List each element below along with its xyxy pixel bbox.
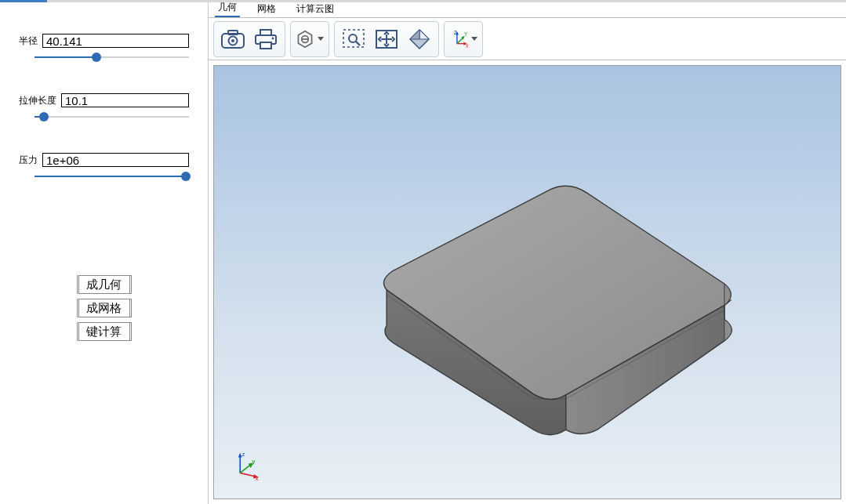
- dropdown-arrow-icon: [471, 37, 477, 41]
- param-label-radius: 半径: [19, 34, 38, 48]
- svg-marker-18: [419, 30, 429, 39]
- axis-dropdown-button[interactable]: Z Y X: [449, 25, 477, 53]
- camera-button[interactable]: [219, 25, 247, 53]
- generate-geometry-button[interactable]: 成几何: [77, 275, 132, 294]
- run-compute-button[interactable]: 键计算: [77, 322, 132, 341]
- extrude-slider[interactable]: [34, 112, 189, 121]
- axis-toolbar-icon: Z Y X: [449, 27, 468, 52]
- sidebar: 半径 拉伸长度 压力: [0, 2, 209, 504]
- tab-geometry[interactable]: 几何: [215, 2, 240, 17]
- param-label-pressure: 压力: [19, 154, 38, 167]
- camera-icon: [221, 30, 245, 49]
- svg-line-13: [356, 42, 360, 45]
- toolbar: Z Y X: [209, 18, 846, 60]
- svg-text:Z: Z: [454, 29, 457, 34]
- svg-text:x: x: [255, 475, 258, 482]
- print-icon: [254, 29, 278, 49]
- svg-text:Y: Y: [464, 31, 468, 36]
- svg-rect-1: [228, 31, 238, 34]
- geometry-render: [214, 66, 841, 499]
- svg-rect-6: [260, 42, 271, 49]
- fit-icon: [375, 29, 398, 49]
- tab-cloud[interactable]: 计算云图: [293, 2, 337, 17]
- button-group: 成几何 成网格 键计算: [19, 275, 189, 341]
- param-label-extrude: 拉伸长度: [19, 94, 56, 107]
- radius-input[interactable]: [42, 34, 189, 48]
- pressure-slider[interactable]: [34, 172, 189, 181]
- zoom-select-icon: [342, 28, 365, 50]
- svg-point-3: [231, 39, 234, 42]
- diamond-view-button[interactable]: [405, 25, 434, 53]
- generate-mesh-button[interactable]: 成网格: [77, 299, 132, 317]
- dropdown-arrow-icon: [318, 37, 324, 41]
- svg-rect-11: [343, 30, 364, 47]
- diamond-icon: [408, 28, 430, 50]
- param-extrude: 拉伸长度: [19, 93, 189, 121]
- tabs: 几何 网格 计算云图: [209, 2, 846, 18]
- extrude-input[interactable]: [61, 93, 189, 107]
- shape-dropdown-button[interactable]: [296, 25, 324, 53]
- radius-slider[interactable]: [34, 53, 189, 62]
- svg-point-12: [349, 34, 357, 42]
- tab-mesh[interactable]: 网格: [254, 2, 279, 17]
- hexagon-icon: [296, 28, 314, 50]
- param-pressure: 压力: [19, 153, 189, 181]
- svg-text:z: z: [242, 451, 245, 458]
- pressure-input[interactable]: [42, 153, 189, 167]
- fit-view-button[interactable]: [372, 25, 401, 53]
- main: 几何 网格 计算云图: [209, 2, 846, 504]
- 3d-viewport[interactable]: z y x: [213, 65, 841, 499]
- zoom-select-button[interactable]: [339, 25, 368, 53]
- svg-text:y: y: [252, 458, 255, 465]
- print-button[interactable]: [252, 25, 280, 53]
- svg-point-7: [272, 37, 274, 39]
- param-radius: 半径: [19, 34, 189, 62]
- svg-text:X: X: [465, 42, 468, 48]
- svg-marker-19: [410, 30, 419, 39]
- axis-indicator-small: z y x: [231, 445, 263, 484]
- svg-rect-5: [260, 30, 271, 35]
